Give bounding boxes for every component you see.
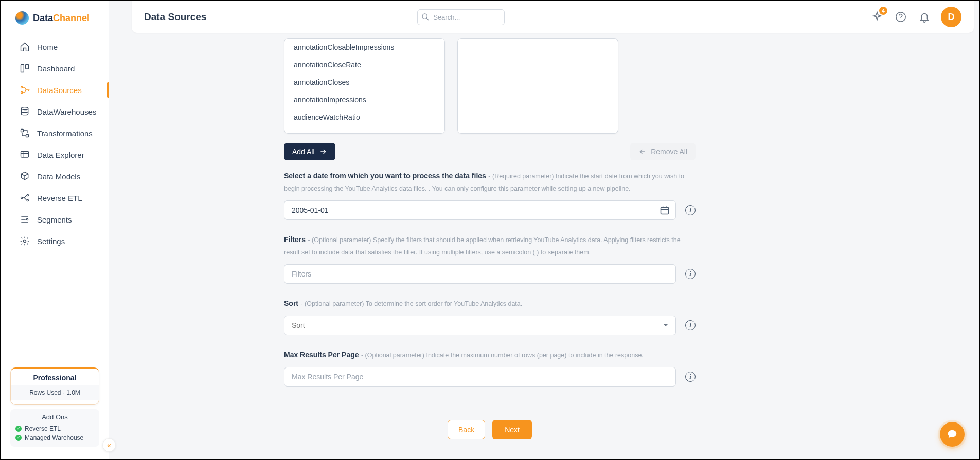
nav-label: Settings	[37, 237, 65, 246]
available-metrics-list[interactable]: annotationClosableImpressions annotation…	[284, 38, 445, 134]
remove-all-button[interactable]: Remove All	[630, 143, 696, 160]
svg-point-14	[422, 14, 427, 19]
back-button[interactable]: Back	[448, 420, 485, 439]
field-label: Max Results Per Page	[284, 351, 359, 359]
logo[interactable]: DataChannel	[1, 1, 109, 31]
nav-label: Data Explorer	[37, 151, 84, 159]
arrow-left-icon	[638, 148, 647, 156]
selected-metrics-list[interactable]	[457, 38, 618, 134]
nav-label: Dashboard	[37, 64, 75, 73]
search-wrap	[417, 9, 505, 25]
info-icon[interactable]: i	[685, 205, 696, 215]
check-icon: ✓	[15, 435, 22, 441]
info-icon[interactable]: i	[685, 320, 696, 330]
form-area: annotationClosableImpressions annotation…	[140, 38, 618, 439]
chevron-down-icon	[662, 321, 670, 329]
explorer-icon	[20, 150, 30, 160]
help-button[interactable]	[894, 10, 908, 24]
add-all-button[interactable]: Add All	[284, 143, 335, 160]
field-label: Select a date from which you want to pro…	[284, 172, 486, 180]
nav: Home Dashboard DataSources DataWarehouse…	[1, 31, 109, 367]
nav-datamodels[interactable]: Data Models	[1, 165, 109, 187]
field-desc: - (Optional parameter) Indicate the maxi…	[361, 352, 644, 359]
nav-dashboard[interactable]: Dashboard	[1, 58, 109, 79]
collapse-sidebar-button[interactable]: «	[102, 438, 116, 452]
main: Data Sources 4 D	[109, 1, 979, 459]
nav-label: Home	[37, 43, 58, 51]
notification-badge: 4	[879, 7, 887, 15]
reverseetl-icon	[20, 193, 30, 203]
svg-point-2	[21, 86, 23, 88]
top-actions: 4 D	[870, 7, 961, 27]
nav-label: Transformations	[37, 129, 93, 138]
filters-input[interactable]	[284, 264, 676, 284]
svg-point-11	[27, 199, 28, 201]
transform-icon	[20, 128, 30, 138]
nav-label: DataWarehouses	[37, 107, 96, 116]
field-sort: Sort - (Optional parameter) To determine…	[284, 297, 696, 335]
nav-reverseetl[interactable]: Reverse ETL	[1, 187, 109, 209]
nav-home[interactable]: Home	[1, 36, 109, 58]
help-icon	[895, 11, 906, 23]
field-desc: - (Optional parameter) To determine the …	[300, 300, 522, 307]
addon-reverseetl: ✓ Reverse ETL	[15, 424, 94, 433]
content: annotationClosableImpressions annotation…	[109, 33, 979, 459]
sidebar-footer: Professional Rows Used - 1.0M Add Ons ✓ …	[1, 367, 109, 459]
field-start-date: Select a date from which you want to pro…	[284, 170, 696, 220]
chat-fab[interactable]	[940, 422, 965, 447]
nav-datawarehouses[interactable]: DataWarehouses	[1, 101, 109, 122]
max-results-input[interactable]	[284, 367, 676, 387]
list-item[interactable]: audienceWatchRatio	[284, 108, 444, 126]
nav-label: Segments	[37, 215, 72, 224]
field-label: Filters	[284, 235, 306, 244]
sort-select[interactable]	[284, 316, 676, 335]
field-label: Sort	[284, 299, 298, 307]
svg-point-9	[21, 197, 23, 198]
field-max-results: Max Results Per Page - (Optional paramet…	[284, 348, 696, 387]
svg-rect-1	[26, 65, 29, 69]
field-desc: - (Optional parameter) Specify the filte…	[284, 236, 681, 256]
plan-title: Professional	[11, 374, 99, 382]
chat-icon	[947, 429, 958, 440]
next-button[interactable]: Next	[492, 420, 532, 439]
list-item[interactable]: annotationCloses	[284, 73, 444, 91]
list-item[interactable]: annotationImpressions	[284, 91, 444, 108]
logo-text: DataChannel	[33, 13, 90, 24]
divider	[294, 403, 685, 403]
sparkle-button[interactable]: 4	[870, 10, 884, 24]
plan-card[interactable]: Professional Rows Used - 1.0M	[10, 367, 99, 405]
addon-managed-warehouse: ✓ Managed Warehouse	[15, 433, 94, 443]
nav-label: Data Models	[37, 172, 80, 181]
topbar: Data Sources 4 D	[132, 1, 974, 33]
search-icon	[421, 13, 430, 21]
svg-point-13	[24, 240, 26, 243]
list-item[interactable]: annotationClosableImpressions	[284, 39, 444, 56]
avatar[interactable]: D	[941, 7, 961, 27]
list-item[interactable]: annotationCloseRate	[284, 56, 444, 73]
nav-dataexplorer[interactable]: Data Explorer	[1, 144, 109, 165]
info-icon[interactable]: i	[685, 269, 696, 279]
bell-icon	[919, 11, 930, 23]
svg-point-5	[21, 107, 28, 110]
bell-button[interactable]	[917, 10, 932, 24]
start-date-input[interactable]	[284, 200, 676, 220]
segments-icon	[20, 214, 30, 225]
addons-title: Add Ons	[15, 413, 94, 421]
svg-rect-0	[21, 65, 24, 72]
nav-datasources[interactable]: DataSources	[1, 79, 109, 101]
check-icon: ✓	[15, 426, 22, 432]
calendar-icon[interactable]	[660, 205, 670, 215]
svg-point-12	[26, 218, 28, 220]
info-icon[interactable]: i	[685, 372, 696, 382]
nav-settings[interactable]: Settings	[1, 230, 109, 252]
datasources-icon	[20, 85, 30, 95]
arrow-right-icon	[319, 148, 327, 156]
sidebar: DataChannel Home Dashboard DataSources D…	[1, 1, 109, 459]
plan-rows: Rows Used - 1.0M	[11, 385, 99, 400]
svg-rect-8	[21, 151, 29, 157]
settings-icon	[20, 236, 30, 246]
nav-segments[interactable]: Segments	[1, 209, 109, 230]
nav-transformations[interactable]: Transformations	[1, 122, 109, 144]
search-input[interactable]	[417, 9, 505, 25]
home-icon	[20, 42, 30, 52]
